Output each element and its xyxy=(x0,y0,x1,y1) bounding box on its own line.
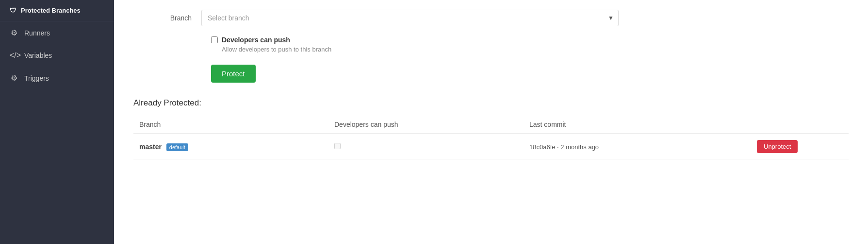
sidebar-item-label: Triggers xyxy=(24,74,49,82)
table-body: master default 18c0a6fe · 2 months ago U… xyxy=(133,134,849,159)
content-area: Branch Select branch ▼ Developers can pu… xyxy=(114,0,868,174)
devs-push-cell xyxy=(328,134,524,159)
sidebar-item-variables[interactable]: </> Variables xyxy=(0,44,114,67)
branch-form-row: Branch Select branch ▼ xyxy=(133,10,849,26)
col-developers-push: Developers can push xyxy=(328,116,524,134)
shield-icon: 🛡 xyxy=(10,7,16,14)
col-branch: Branch xyxy=(133,116,328,134)
gear-icon: ⚙ xyxy=(10,28,18,37)
unprotect-button[interactable]: Unprotect xyxy=(757,140,798,153)
protected-table: Branch Developers can push Last commit m… xyxy=(133,116,849,159)
branch-select[interactable]: Select branch xyxy=(201,10,619,26)
row-developers-can-push-checkbox xyxy=(334,143,341,149)
table-row: master default 18c0a6fe · 2 months ago U… xyxy=(133,134,849,159)
action-cell: Unprotect xyxy=(751,134,849,159)
developers-can-push-text: Developers can push xyxy=(222,36,290,44)
sidebar-item-label: Variables xyxy=(24,52,52,59)
col-actions xyxy=(751,116,849,134)
protect-button-area: Protect xyxy=(211,65,849,83)
branch-label: Branch xyxy=(133,14,201,22)
sidebar: 🛡 Protected Branches ⚙ Runners </> Varia… xyxy=(0,0,114,244)
branch-select-wrapper: Select branch ▼ xyxy=(201,10,619,26)
sidebar-item-triggers[interactable]: ⚙ Triggers xyxy=(0,67,114,89)
sidebar-item-label: Runners xyxy=(24,29,50,37)
col-last-commit: Last commit xyxy=(524,116,751,134)
code-icon: </> xyxy=(10,51,18,60)
sidebar-item-runners[interactable]: ⚙ Runners xyxy=(0,21,114,44)
developers-can-push-label[interactable]: Developers can push xyxy=(211,36,849,44)
developers-can-push-hint: Allow developers to push to this branch xyxy=(222,46,849,53)
default-badge: default xyxy=(166,143,188,151)
main-content: Branch Select branch ▼ Developers can pu… xyxy=(114,0,868,244)
developers-can-push-section: Developers can push Allow developers to … xyxy=(211,36,849,53)
already-protected-title: Already Protected: xyxy=(133,98,849,108)
protect-button[interactable]: Protect xyxy=(211,65,256,83)
branch-cell: master default xyxy=(133,134,328,159)
trigger-icon: ⚙ xyxy=(10,73,18,83)
last-commit-text: 18c0a6fe · 2 months ago xyxy=(529,143,599,151)
already-protected-section: Already Protected: Branch Developers can… xyxy=(133,98,849,159)
branch-name: master xyxy=(139,143,162,151)
table-header: Branch Developers can push Last commit xyxy=(133,116,849,134)
developers-can-push-checkbox[interactable] xyxy=(211,36,218,43)
sidebar-header: 🛡 Protected Branches xyxy=(0,0,114,21)
sidebar-header-label: Protected Branches xyxy=(21,7,81,14)
last-commit-cell: 18c0a6fe · 2 months ago xyxy=(524,134,751,159)
